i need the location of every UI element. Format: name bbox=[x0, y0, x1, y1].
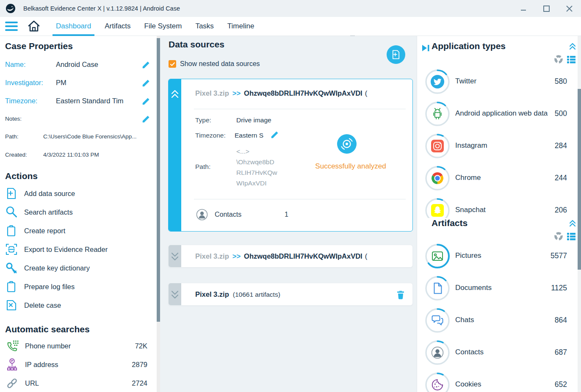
action-search-artifacts[interactable]: Search artifacts bbox=[5, 203, 157, 221]
window-title: Belkasoft Evidence Center X | v.1.12.982… bbox=[23, 5, 180, 12]
documents-ring bbox=[425, 276, 450, 301]
link-icon bbox=[5, 376, 19, 390]
clipboard-icon bbox=[5, 224, 18, 237]
phone-number-count: 72K bbox=[135, 342, 147, 350]
investigator-label: Investigator: bbox=[5, 79, 56, 87]
created-label: Created: bbox=[5, 152, 43, 158]
app-type-instagram[interactable]: Instagram 284 bbox=[417, 130, 578, 162]
auto-search-ip-address[interactable]: IP IP address 2879 bbox=[5, 355, 157, 374]
pie-view-toggle-icon[interactable] bbox=[554, 55, 563, 64]
add-data-source-button[interactable] bbox=[387, 45, 405, 64]
chats-icon bbox=[430, 313, 445, 328]
action-create-key-dictionary[interactable]: Create key dictionary bbox=[5, 259, 157, 277]
add-data-source-icon bbox=[5, 187, 18, 200]
twitter-icon bbox=[430, 75, 445, 89]
automatic-searches-title: Automatic searches bbox=[5, 324, 157, 334]
app-type-twitter[interactable]: Twitter 580 bbox=[417, 66, 578, 98]
svg-text:IP: IP bbox=[11, 359, 14, 362]
investigator-value: PM bbox=[56, 79, 141, 87]
pictures-ring bbox=[425, 243, 450, 269]
contacts-ring bbox=[425, 340, 450, 365]
collapse-panel-icon[interactable] bbox=[422, 44, 429, 52]
chrome-count: 244 bbox=[555, 174, 567, 182]
case-notes-row: Notes: bbox=[5, 110, 157, 127]
card-timezone-value: Eastern S bbox=[235, 132, 268, 139]
data-source-card-root: Pixel 3.zip(10661 artifacts) bbox=[168, 283, 413, 306]
artifact-cookies[interactable]: Cookies 652 bbox=[417, 369, 578, 392]
chevron-double-down-icon bbox=[170, 289, 180, 300]
collapse-section-icon[interactable] bbox=[568, 42, 577, 50]
show-nested-label: Show nested data sources bbox=[180, 60, 260, 68]
app-type-chrome[interactable]: Chrome 244 bbox=[417, 162, 578, 194]
maximize-button[interactable] bbox=[542, 4, 551, 13]
artifacts-section-header: Artifacts bbox=[417, 218, 578, 240]
summary-panel: Application types bbox=[417, 36, 578, 392]
chrome-ring bbox=[425, 166, 450, 191]
show-nested-checkbox[interactable] bbox=[169, 60, 176, 68]
minimize-button[interactable] bbox=[519, 4, 528, 13]
edit-name-icon[interactable] bbox=[141, 60, 151, 69]
card-timezone-label: Timezone: bbox=[195, 132, 226, 139]
delete-data-source-icon[interactable] bbox=[396, 290, 406, 300]
list-view-toggle-icon[interactable] bbox=[567, 232, 576, 241]
chats-ring bbox=[425, 308, 450, 333]
case-path-row: Path: C:\Users\Code Blue Forensics\App..… bbox=[5, 127, 157, 146]
data-source-card-header[interactable]: Pixel 3.zip>>Ohzwqe8bDRLIH7HvKQwWIpAxVDI… bbox=[195, 252, 367, 260]
application-types-list: Twitter 580 bbox=[417, 66, 578, 226]
tab-dashboard[interactable]: Dashboard bbox=[49, 17, 98, 36]
action-add-data-source[interactable]: Add data source bbox=[5, 184, 157, 203]
close-button[interactable] bbox=[565, 4, 573, 13]
instagram-count: 284 bbox=[555, 141, 567, 150]
chevron-double-up-icon bbox=[170, 88, 180, 99]
collapse-section-icon[interactable] bbox=[568, 219, 577, 227]
tab-artifacts[interactable]: Artifacts bbox=[98, 17, 137, 36]
tab-timeline[interactable]: Timeline bbox=[221, 17, 261, 36]
documents-count: 1125 bbox=[551, 284, 567, 293]
pie-view-toggle-icon[interactable] bbox=[554, 232, 563, 241]
action-create-report[interactable]: Create report bbox=[5, 221, 157, 240]
collapse-card-strip[interactable] bbox=[169, 79, 181, 231]
artifact-chats[interactable]: Chats 864 bbox=[417, 304, 578, 337]
artifact-documents[interactable]: Documents 1125 bbox=[417, 272, 578, 304]
edit-timezone-icon[interactable] bbox=[141, 97, 151, 106]
data-source-card-header[interactable]: Pixel 3.zip(10661 artifacts) bbox=[195, 290, 280, 298]
show-nested-checkbox-row: Show nested data sources bbox=[169, 60, 260, 68]
tab-tasks[interactable]: Tasks bbox=[188, 17, 220, 36]
nested-separator: >> bbox=[229, 252, 244, 260]
expand-card-strip[interactable] bbox=[169, 283, 181, 305]
edit-card-timezone-icon[interactable] bbox=[270, 130, 279, 139]
card-contacts-stat[interactable]: Contacts 1 bbox=[196, 209, 288, 221]
right-panel-scrollbar[interactable] bbox=[578, 36, 581, 392]
left-panel-scrollbar[interactable] bbox=[157, 36, 160, 392]
cookies-icon bbox=[430, 378, 445, 392]
tab-file-system[interactable]: File System bbox=[138, 17, 189, 36]
artifact-pictures[interactable]: Pictures 5577 bbox=[417, 240, 578, 272]
artifact-contacts[interactable]: Contacts 687 bbox=[417, 337, 578, 369]
list-view-toggle-icon[interactable] bbox=[567, 55, 576, 64]
expand-card-strip[interactable] bbox=[169, 245, 181, 267]
analysis-status: Successfully analyzed bbox=[300, 162, 401, 171]
delete-icon bbox=[5, 299, 18, 312]
app-type-android-web-data[interactable]: Android application web data 500 bbox=[417, 98, 578, 130]
menu-icon[interactable] bbox=[5, 22, 18, 31]
data-source-card-header[interactable]: Pixel 3.zip>>Ohzwqe8bDRLIH7HvKQwWIpAxVDI… bbox=[195, 89, 367, 97]
data-source-card-expanded: Pixel 3.zip>>Ohzwqe8bDRLIH7HvKQwWIpAxVDI… bbox=[168, 79, 413, 232]
timezone-label: Timezone: bbox=[5, 97, 56, 105]
type-label: Type: bbox=[195, 116, 211, 124]
edit-notes-icon[interactable] bbox=[141, 114, 151, 124]
notes-label: Notes: bbox=[5, 116, 56, 122]
ip-address-count: 2879 bbox=[132, 361, 147, 369]
action-delete-case[interactable]: Delete case bbox=[5, 296, 157, 315]
action-prepare-log-files[interactable]: Prepare log files bbox=[5, 277, 157, 296]
nested-separator: >> bbox=[229, 89, 244, 97]
documents-icon bbox=[430, 281, 445, 295]
case-investigator-row: Investigator: PM bbox=[5, 74, 157, 92]
action-export-evidence-reader[interactable]: Export to Evidence Reader bbox=[5, 240, 157, 259]
twitter-ring bbox=[425, 69, 450, 94]
edit-investigator-icon[interactable] bbox=[141, 78, 151, 88]
home-icon[interactable] bbox=[27, 19, 41, 33]
data-sources-panel: Data sources Show nested data sources Pi… bbox=[160, 36, 417, 392]
phone-icon bbox=[5, 339, 19, 353]
auto-search-url[interactable]: URL 2724 bbox=[5, 374, 157, 392]
auto-search-phone-number[interactable]: Phone number 72K bbox=[5, 337, 157, 355]
